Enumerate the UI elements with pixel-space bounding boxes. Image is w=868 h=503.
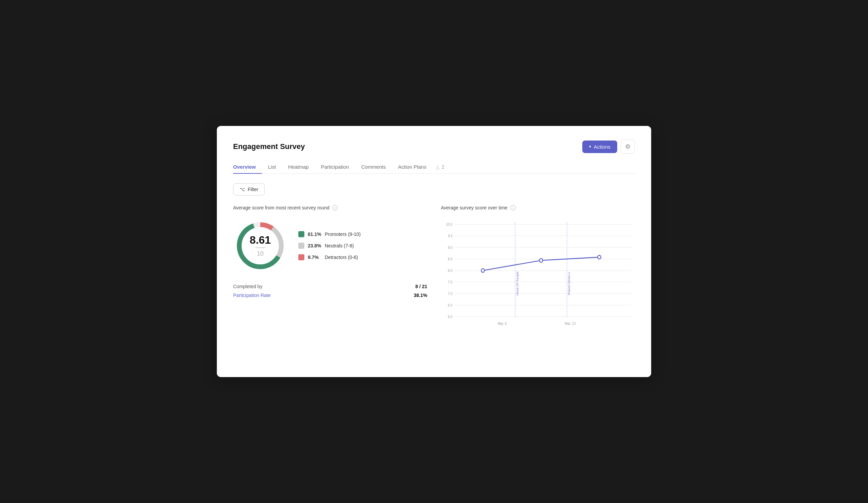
right-info-icon[interactable]: i — [510, 205, 516, 211]
warning-count: 2 — [442, 164, 444, 170]
svg-point-26 — [481, 269, 485, 273]
svg-text:6.5: 6.5 — [448, 304, 453, 308]
completed-by-value: 8 / 21 — [415, 284, 427, 289]
svg-text:7.5: 7.5 — [448, 280, 453, 285]
tab-comments[interactable]: Comments — [355, 161, 392, 174]
left-panel: Average score from most recent survey ro… — [233, 205, 427, 334]
participation-rate-value: 38.1% — [414, 292, 427, 298]
left-info-icon[interactable]: i — [332, 205, 338, 211]
svg-text:Mar, 13: Mar, 13 — [565, 322, 576, 326]
svg-text:Mar, 6: Mar, 6 — [498, 322, 507, 326]
svg-text:10.0: 10.0 — [446, 223, 453, 227]
main-window: Engagement Survey ▾ Actions ⚙ Overview L… — [217, 126, 651, 377]
tab-list[interactable]: List — [262, 161, 282, 174]
right-panel: Average survey score over time i .grid-l… — [441, 205, 635, 334]
score-section: 8.61 10 61.1% Promoters (9-10) 23.8% — [233, 218, 427, 273]
svg-point-27 — [539, 259, 543, 263]
legend-item-detractors: 9.7% Detractors (0-6) — [298, 254, 361, 260]
legend-item-neutrals: 23.8% Neutrals (7-8) — [298, 243, 361, 249]
left-section-title: Average score from most recent survey ro… — [233, 205, 427, 211]
legend: 61.1% Promoters (9-10) 23.8% Neutrals (7… — [298, 231, 361, 260]
neutrals-pct: 23.8% — [308, 243, 321, 248]
tab-heatmap[interactable]: Heatmap — [282, 161, 315, 174]
settings-button[interactable]: ⚙ — [621, 140, 635, 154]
svg-text:8.5: 8.5 — [448, 257, 453, 261]
legend-item-promoters: 61.1% Promoters (9-10) — [298, 231, 361, 237]
stats-row: Completed by 8 / 21 Participation Rate 3… — [233, 284, 427, 298]
neutrals-label: Neutrals (7-8) — [325, 243, 354, 248]
promoters-pct: 61.1% — [308, 232, 321, 237]
filter-button[interactable]: ⌥ Filter — [233, 183, 265, 195]
filter-icon: ⌥ — [240, 187, 245, 192]
nav-tabs: Overview List Heatmap Participation Comm… — [233, 161, 635, 174]
svg-point-28 — [598, 255, 601, 259]
right-section-title: Average survey score over time i — [441, 205, 635, 211]
detractors-pct: 9.7% — [308, 255, 321, 260]
tab-action-plans[interactable]: Action Plans — [392, 161, 432, 174]
participation-rate-link[interactable]: Participation Rate — [233, 292, 271, 298]
warning-badge[interactable]: △ 2 — [432, 161, 447, 173]
participation-rate-row: Participation Rate 38.1% — [233, 292, 427, 298]
svg-text:6.0: 6.0 — [448, 315, 453, 319]
gear-icon: ⚙ — [625, 143, 630, 150]
warning-icon: △ — [436, 164, 440, 170]
completed-by-label: Completed by — [233, 284, 262, 289]
svg-text:7.0: 7.0 — [448, 292, 453, 296]
donut-max: 10 — [250, 250, 271, 257]
donut-center: 8.61 10 — [250, 235, 271, 257]
svg-text:Raised Series A: Raised Series A — [568, 271, 571, 295]
donut-chart: 8.61 10 — [233, 218, 287, 273]
svg-text:9.0: 9.0 — [448, 246, 453, 250]
filter-bar: ⌥ Filter — [233, 183, 635, 195]
chart-svg-wrapper: .grid-line { stroke: #e8e8e8; stroke-wid… — [441, 218, 635, 334]
donut-score: 8.61 — [250, 235, 271, 245]
chevron-down-icon: ▾ — [589, 144, 591, 149]
page-title: Engagement Survey — [233, 142, 305, 151]
promoters-dot — [298, 231, 304, 237]
header: Engagement Survey ▾ Actions ⚙ — [233, 140, 635, 154]
actions-button[interactable]: ▾ Actions — [582, 141, 617, 153]
neutrals-dot — [298, 243, 304, 249]
detractors-dot — [298, 254, 304, 260]
tab-overview[interactable]: Overview — [233, 161, 262, 174]
svg-text:9.5: 9.5 — [448, 234, 453, 238]
header-actions: ▾ Actions ⚙ — [582, 140, 635, 154]
promoters-label: Promoters (9-10) — [325, 232, 361, 237]
detractors-label: Detractors (0-6) — [325, 255, 358, 260]
svg-text:8.0: 8.0 — [448, 269, 453, 273]
tab-participation[interactable]: Participation — [315, 161, 355, 174]
completed-by-row: Completed by 8 / 21 — [233, 284, 427, 289]
svg-text:Hired VP People: Hired VP People — [516, 271, 519, 295]
donut-divider — [255, 247, 265, 248]
content-grid: Average score from most recent survey ro… — [233, 205, 635, 334]
